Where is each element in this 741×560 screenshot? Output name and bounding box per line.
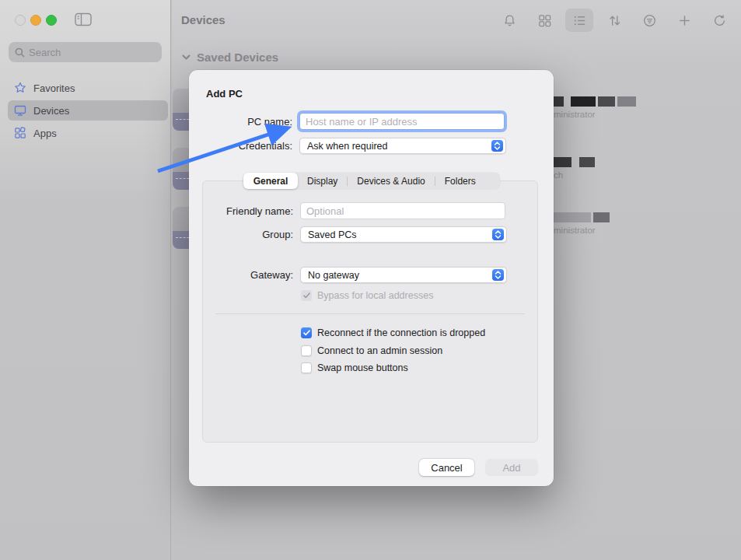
- filter-icon: [642, 13, 657, 28]
- page-title: Devices: [181, 13, 225, 26]
- group-label: Group:: [203, 229, 293, 240]
- device-row-fragment: ministrator: [554, 96, 636, 119]
- credentials-select[interactable]: Ask when required: [299, 138, 506, 154]
- tab-folders[interactable]: Folders: [435, 173, 485, 189]
- checkbox-label: Connect to an admin session: [317, 345, 442, 356]
- gateway-label: Gateway:: [203, 269, 293, 281]
- notifications-button[interactable]: [495, 9, 523, 32]
- toolbar: [495, 8, 733, 33]
- add-pc-dialog: Add PC PC name: Credentials: Ask when re…: [189, 70, 554, 486]
- search-input[interactable]: Search: [9, 42, 162, 62]
- swap-mouse-checkbox-row[interactable]: Swap mouse buttons: [301, 362, 408, 373]
- star-icon: [14, 82, 26, 94]
- admin-session-checkbox-row[interactable]: Connect to an admin session: [301, 345, 442, 356]
- device-username: ch: [554, 170, 595, 180]
- group-value: Saved PCs: [308, 229, 492, 240]
- checkbox-label: Bypass for local addresses: [317, 290, 433, 301]
- checkbox-checked[interactable]: [301, 327, 312, 338]
- bell-icon: [502, 13, 517, 28]
- sidebar: Search Favorites Devices Apps: [0, 0, 171, 560]
- gateway-select[interactable]: No gateway: [300, 267, 507, 283]
- checkbox-unchecked[interactable]: [301, 345, 312, 356]
- sort-button[interactable]: [600, 9, 628, 32]
- stepper-icon: [492, 229, 504, 240]
- window-zoom-button[interactable]: [46, 15, 57, 26]
- device-username: ministrator: [554, 110, 636, 119]
- sidebar-item-label: Devices: [33, 105, 69, 117]
- device-row-fragment: ministrator: [554, 212, 610, 235]
- grid-view-button[interactable]: [530, 9, 558, 32]
- search-icon: [15, 47, 25, 58]
- check-icon: [303, 330, 310, 336]
- sidebar-item-label: Favorites: [33, 82, 75, 94]
- tab-general[interactable]: General: [243, 173, 298, 189]
- window-minimize-button[interactable]: [30, 15, 41, 26]
- pc-name-input[interactable]: [299, 113, 505, 130]
- friendly-name-label: Friendly name:: [203, 205, 293, 217]
- general-tab-panel: Friendly name: Group: Saved PCs Gateway:…: [202, 180, 538, 443]
- search-placeholder: Search: [29, 47, 61, 58]
- sidebar-toggle-icon[interactable]: [75, 12, 92, 30]
- credentials-label: Credentials:: [189, 140, 292, 152]
- sidebar-item-label: Apps: [33, 128, 57, 139]
- refresh-button[interactable]: [705, 9, 733, 32]
- sidebar-nav: Favorites Devices Apps: [8, 78, 168, 145]
- device-username: ministrator: [554, 226, 610, 235]
- device-row-fragment: ch: [554, 157, 595, 180]
- monitor-icon: [14, 104, 26, 117]
- bypass-local-checkbox-row: Bypass for local addresses: [301, 290, 433, 301]
- cancel-button[interactable]: Cancel: [419, 459, 474, 476]
- credentials-value: Ask when required: [307, 141, 491, 152]
- list-view-button[interactable]: [565, 9, 593, 32]
- stepper-icon: [491, 140, 503, 152]
- dialog-title: Add PC: [206, 88, 243, 100]
- redacted-device-name: [554, 157, 595, 167]
- checkbox-label: Swap mouse buttons: [317, 362, 408, 373]
- check-icon: [303, 292, 310, 299]
- friendly-name-input[interactable]: [300, 202, 505, 219]
- sort-arrows-icon: [607, 13, 622, 28]
- redacted-device-name: [554, 96, 636, 107]
- checkbox-unchecked[interactable]: [301, 362, 312, 373]
- chevron-down-icon: [181, 52, 191, 62]
- redacted-device-name: [554, 212, 610, 222]
- add-button[interactable]: Add: [485, 459, 538, 476]
- gateway-value: No gateway: [308, 270, 492, 281]
- pc-name-label: PC name:: [189, 116, 292, 128]
- reconnect-checkbox-row[interactable]: Reconnect if the connection is dropped: [301, 327, 485, 338]
- add-device-button[interactable]: [670, 9, 698, 32]
- plus-icon: [677, 13, 692, 28]
- section-header[interactable]: Saved Devices: [181, 51, 278, 64]
- group-select[interactable]: Saved PCs: [300, 226, 507, 243]
- sidebar-item-apps[interactable]: Apps: [8, 123, 168, 143]
- checkbox-label: Reconnect if the connection is dropped: [317, 327, 485, 338]
- list-view-icon: [572, 13, 587, 28]
- tab-display[interactable]: Display: [298, 173, 347, 189]
- tab-devices-audio[interactable]: Devices & Audio: [348, 173, 434, 189]
- sidebar-item-devices[interactable]: Devices: [8, 100, 168, 121]
- apps-grid-icon: [14, 127, 26, 139]
- section-header-label: Saved Devices: [197, 51, 278, 64]
- stepper-icon: [492, 269, 504, 281]
- checkbox-checked-disabled: [301, 290, 312, 301]
- dialog-tab-bar: General Display Devices & Audio Folders: [243, 173, 500, 189]
- filter-button[interactable]: [635, 9, 663, 32]
- window-close-button[interactable]: [15, 15, 26, 26]
- app-window: Search Favorites Devices Apps Devices: [0, 0, 741, 560]
- sidebar-item-favorites[interactable]: Favorites: [8, 78, 168, 98]
- divider: [215, 313, 525, 314]
- grid-view-icon: [537, 13, 552, 28]
- refresh-icon: [712, 13, 727, 28]
